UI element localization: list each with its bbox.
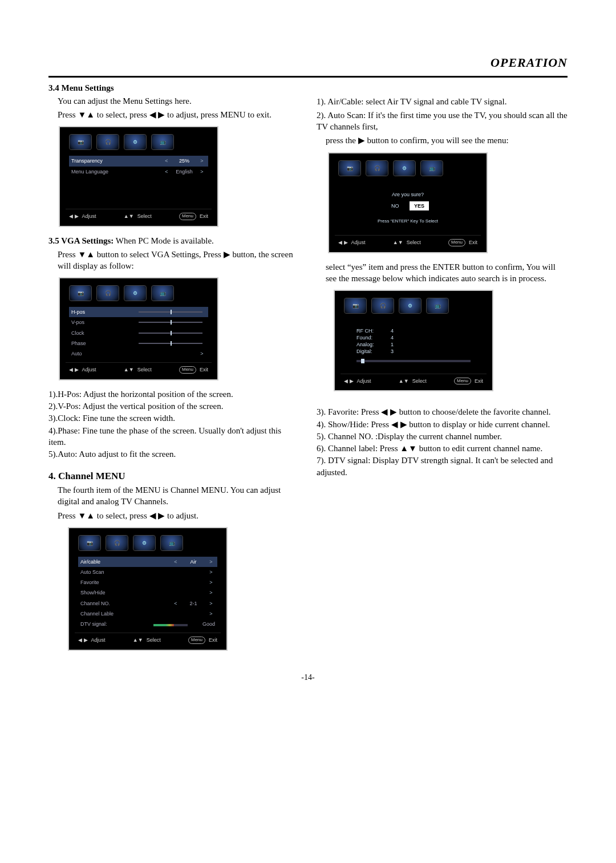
vga-i5: 5).Auto: Auto adjust to fit the screen.	[48, 448, 299, 460]
channel-tab-icon: 📺	[426, 298, 449, 314]
left-arrow-icon: <	[172, 600, 180, 607]
audio-tab-icon: 🎧	[106, 535, 128, 551]
row-label: Air/cable	[80, 558, 172, 565]
r-item3: 3). Favorite: Press ◀ ▶ button to choose…	[317, 406, 568, 418]
audio-tab-icon: 🎧	[96, 134, 119, 150]
slider-icon	[139, 343, 202, 344]
row-label: Show/Hide	[80, 589, 207, 596]
exit-label: Exit	[200, 366, 208, 373]
exit-label: Exit	[200, 213, 208, 220]
select-label: Select	[147, 637, 161, 643]
r-item5: 5). Channel NO. :Display the current cha…	[317, 431, 568, 442]
exit-label: Exit	[475, 378, 483, 384]
adjust-label: Adjust	[351, 239, 366, 246]
exit-label: Exit	[469, 239, 477, 246]
picture-tab-icon: 📷	[69, 134, 92, 150]
row-value: Good	[188, 621, 215, 627]
row-label: V-pos	[71, 319, 135, 326]
yes-button: YES	[410, 201, 429, 210]
osd-channel-menu: 📷 🎧 ⚙ 📺 Air/cable < Air > Auto Scan > Fa…	[68, 527, 228, 651]
row-value: English	[171, 168, 198, 175]
setup-tab-icon: ⚙	[133, 535, 156, 551]
right-arrow-icon: >	[207, 579, 215, 586]
select-label: Select	[412, 378, 427, 384]
right-arrow-icon: >	[207, 589, 215, 596]
osd-tabs: 📷 🎧 ⚙ 📺	[75, 534, 221, 556]
r-item2a: 2). Auto Scan: If it's the first time yo…	[317, 110, 568, 133]
section-3-4-heading: 3.4 Menu Settings	[48, 82, 299, 94]
menu-button-icon: Menu	[448, 239, 465, 246]
scan-found: Found:4	[356, 334, 471, 341]
r-item2-cont: select “yes” item and press the ENTER bu…	[317, 261, 568, 285]
scan-box: RF CH:4 Found:4 Analog:1 Digital:3	[344, 319, 483, 370]
scan-analog: Analog:1	[356, 341, 471, 348]
r-item1: 1). Air/Cable: select Air TV signal and …	[317, 96, 568, 107]
menu-button-icon: Menu	[188, 637, 205, 644]
row-channelno: Channel NO. < 2-1 >	[78, 598, 217, 609]
row-language: Menu Language < English >	[69, 167, 208, 177]
row-label: DTV signal:	[80, 621, 150, 627]
s34-p2: Press ▼▲ to select, press ◀ ▶ to adjust,…	[58, 109, 299, 120]
confirm-question: Are you sure?	[335, 191, 481, 198]
r-item4: 4). Show/Hide: Press ◀ ▶ button to displ…	[317, 419, 568, 430]
section-4-heading: 4. Channel MENU	[48, 470, 299, 483]
row-dtvsignal: DTV signal: Good	[78, 619, 217, 629]
osd-scan-progress: 📷 🎧 ⚙ 📺 RF CH:4 Found:4 Analog:1 Digital…	[334, 290, 493, 391]
row-label: Menu Language	[71, 168, 163, 175]
confirm-body: Are you sure? NO YES Press “ENTER” Key T…	[335, 181, 481, 235]
s35-p1: Press ▼▲ button to select VGA Settings, …	[58, 249, 299, 272]
right-arrow-icon: >	[207, 610, 215, 617]
row-label: Favorite	[80, 579, 207, 586]
row-channellabel: Channel Lable >	[78, 609, 217, 619]
page-number: -14-	[48, 672, 568, 683]
setup-tab-icon: ⚙	[124, 285, 147, 301]
up-down-icon: ▲▼	[124, 366, 134, 373]
r-item2b: press the ▶ button to confirm, you will …	[317, 135, 568, 146]
row-phase: Phase	[69, 338, 208, 349]
osd-body: Air/cable < Air > Auto Scan > Favorite >…	[75, 556, 221, 633]
scan-digital: Digital:3	[356, 348, 471, 355]
picture-tab-icon: 📷	[344, 298, 367, 314]
select-label: Select	[137, 213, 152, 220]
section-4-body: The fourth item of the MENU is Channel M…	[48, 484, 299, 521]
vga-i2: 2).V-Pos: Adjust the vertical position o…	[48, 400, 299, 412]
audio-tab-icon: 🎧	[366, 160, 388, 176]
row-label: Clock	[71, 330, 135, 337]
s4-p2: Press ▼▲ to select, press ◀ ▶ to adjust.	[58, 510, 299, 521]
row-label: H-pos	[71, 309, 135, 315]
setup-tab-icon: ⚙	[393, 160, 416, 176]
up-down-icon: ▲▼	[124, 213, 134, 220]
s34-p1: You can adjust the Menu Settings here.	[58, 95, 299, 107]
osd-body: Transparency < 25% > Menu Language < Eng…	[66, 155, 212, 208]
adjust-label: Adjust	[357, 378, 371, 384]
vga-item-list: 1).H-Pos: Adjust the horizontal position…	[48, 388, 299, 460]
slider-icon	[139, 333, 202, 334]
osd-footer: ◀ ▶ Adjust ▲▼ Select Menu Exit	[66, 209, 212, 221]
vga-i1: 1).H-Pos: Adjust the horizontal position…	[48, 388, 299, 400]
row-label: Auto Scan	[80, 569, 207, 576]
up-down-icon: ▲▼	[393, 239, 403, 246]
adjust-label: Adjust	[91, 637, 106, 643]
osd-tabs: 📷 🎧 ⚙ 📺	[66, 284, 212, 306]
left-arrow-icon: <	[163, 168, 171, 175]
exit-label: Exit	[209, 637, 217, 643]
right-arrow-icon: >	[207, 600, 215, 607]
section-3-4-body: You can adjust the Menu Settings here. P…	[48, 95, 299, 121]
row-aircable: Air/cable < Air >	[78, 557, 217, 567]
row-clock: Clock	[69, 328, 208, 338]
osd-tabs: 📷 🎧 ⚙ 📺	[341, 297, 487, 318]
left-right-icon: ◀ ▶	[69, 366, 79, 373]
osd-tabs: 📷 🎧 ⚙ 📺	[335, 159, 481, 181]
right-arrow-icon: >	[207, 558, 215, 565]
vga-i4: 4).Phase: Fine tune the phase of the scr…	[48, 425, 299, 448]
row-label: Channel NO.	[80, 600, 172, 607]
setup-tab-icon: ⚙	[124, 134, 147, 150]
up-down-icon: ▲▼	[133, 637, 143, 643]
picture-tab-icon: 📷	[69, 285, 92, 301]
right-column: 1). Air/Cable: select Air TV signal and …	[317, 82, 568, 659]
picture-tab-icon: 📷	[78, 535, 101, 551]
confirm-hint: Press “ENTER” Key To Select	[335, 218, 481, 225]
r-item6: 6). Channel label: Press ▲▼ button to ed…	[317, 443, 568, 454]
row-showhide: Show/Hide >	[78, 588, 217, 598]
row-label: Phase	[71, 340, 135, 347]
